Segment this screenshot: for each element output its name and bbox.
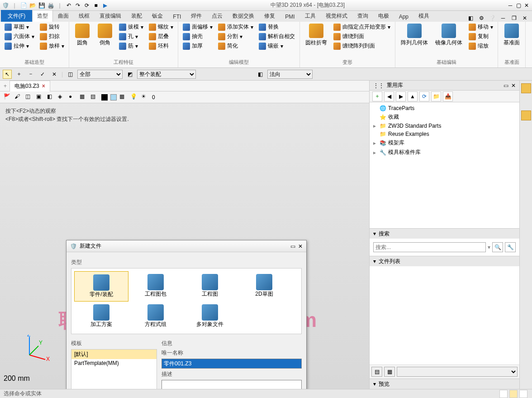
check-icon[interactable]: ✓ <box>38 70 47 79</box>
fillet-button[interactable]: 圆角 <box>72 23 93 48</box>
new-icon[interactable]: 📄 <box>20 2 27 9</box>
print-icon[interactable]: 🖨️ <box>47 2 54 9</box>
maximize-icon[interactable]: ▢ <box>515 2 522 9</box>
preview-section-head[interactable]: ▾ 预览 <box>370 379 519 389</box>
tab-app[interactable]: App <box>394 11 413 22</box>
thicken-button[interactable]: 加厚 <box>181 42 214 50</box>
status-icon-2[interactable] <box>509 390 518 398</box>
tree-node[interactable]: 🌐 TraceParts <box>371 104 518 112</box>
thread-button[interactable]: 螺纹 ▾ <box>147 23 175 31</box>
refresh-icon[interactable]: ⟳ <box>419 91 429 101</box>
bgcolor-icon[interactable] <box>110 94 117 101</box>
tab-repair[interactable]: 修复 <box>259 10 280 22</box>
status-icon-1[interactable] <box>499 390 508 398</box>
wraparray-button[interactable]: 缠绕阵列到面 <box>332 42 392 50</box>
play-icon[interactable]: ▶ <box>101 2 109 9</box>
type-drawing[interactable]: 工程图 <box>183 271 237 302</box>
filter-select-1[interactable]: 全部 <box>77 70 123 79</box>
addbody-button[interactable]: 添加实体 ▾ <box>216 23 255 31</box>
add-tab-icon[interactable]: + <box>4 83 7 89</box>
panel-close-icon[interactable]: ✕ <box>511 82 516 89</box>
inner-restore-icon[interactable]: ❐ <box>510 14 518 22</box>
flag-icon[interactable]: 🚩 <box>4 93 12 101</box>
search-button[interactable]: 🔍 <box>492 242 503 252</box>
template-item-default[interactable]: [默认] <box>71 350 157 359</box>
body-icon[interactable]: ◩ <box>125 70 134 79</box>
faceoffset-button[interactable]: 面偏移 ▾ <box>181 23 214 31</box>
tree-node[interactable]: ▸📚 模架库 <box>371 138 518 148</box>
split-button[interactable]: 分割 ▾ <box>216 32 255 41</box>
type-multiobj[interactable]: 多对象文件 <box>183 302 237 331</box>
brush-icon[interactable]: 🖌 <box>14 93 23 101</box>
right-tab-1[interactable] <box>521 83 531 93</box>
tab-pointcloud[interactable]: 点云 <box>207 10 228 22</box>
tab-shape[interactable]: 造型 <box>32 10 53 22</box>
tab-sheetmetal[interactable]: 钣金 <box>147 10 168 22</box>
unique-name-input[interactable] <box>162 359 302 369</box>
back-icon[interactable]: ◀ <box>384 91 394 101</box>
tab-wireframe[interactable]: 线框 <box>74 10 95 22</box>
loft-button[interactable]: 放样 ▾ <box>38 42 66 50</box>
filter-icon[interactable]: ◫ <box>66 70 75 79</box>
tab-directedit[interactable]: 直接编辑 <box>95 10 126 22</box>
direction-select[interactable]: 法向 <box>267 70 313 79</box>
inner-minimize-icon[interactable]: ─ <box>499 14 507 22</box>
cuboid-button[interactable]: 六面体 ▾ <box>3 32 36 41</box>
filter-select-2[interactable]: 整个装配 <box>137 70 196 79</box>
inlay-button[interactable]: 镶嵌 ▾ <box>257 42 297 50</box>
panel-restore-icon[interactable]: ▭ <box>504 82 508 89</box>
mirror-button[interactable]: 镜像几何体 <box>432 23 465 48</box>
cube2-icon[interactable]: ◧ <box>47 93 55 101</box>
up-icon[interactable]: ▲ <box>408 91 418 101</box>
list-view-icon[interactable]: ▤ <box>371 367 382 377</box>
open-icon[interactable]: 📂 <box>29 2 36 9</box>
pattern-button[interactable]: 阵列几何体 <box>398 23 431 48</box>
search-input[interactable] <box>373 242 486 252</box>
grip-icon[interactable]: ⋮⋮ <box>373 82 384 89</box>
tab-close-icon[interactable]: × <box>42 83 45 89</box>
filelist-filter[interactable] <box>397 367 518 377</box>
chamfer-button[interactable]: 倒角 <box>95 23 115 48</box>
tab-fti[interactable]: FTI <box>168 11 186 22</box>
selfintersect-button[interactable]: 解析自相交 <box>257 32 297 41</box>
desc-input[interactable] <box>162 380 302 389</box>
type-2dsketch[interactable]: 2D草图 <box>237 271 291 302</box>
redo-icon[interactable]: ↷ <box>74 2 81 9</box>
help-icon[interactable]: ❔ <box>489 14 496 22</box>
refresh-icon[interactable]: ⟳ <box>83 2 90 9</box>
tree-node[interactable]: ▸📁 ZW3D Standard Parts <box>371 122 518 130</box>
search-settings-button[interactable]: 🔧 <box>505 242 516 252</box>
grid-view-icon[interactable]: ▦ <box>384 367 395 377</box>
inner-close-icon[interactable]: ✕ <box>521 14 528 22</box>
tab-dataexchange[interactable]: 数据交换 <box>228 10 259 22</box>
sun-icon[interactable]: ☀ <box>141 93 149 101</box>
revolve-button[interactable]: 旋转 <box>38 23 66 31</box>
search-section-head[interactable]: ▾ 搜索 <box>370 229 519 239</box>
tab-query[interactable]: 查询 <box>352 10 373 22</box>
tab-weld[interactable]: 焊件 <box>186 10 207 22</box>
stop-icon[interactable]: ■ <box>92 2 100 9</box>
copy-button[interactable]: 复制 <box>467 32 495 41</box>
x-icon[interactable]: ✕ <box>50 70 59 79</box>
sketch-button[interactable]: 草图 ▾ <box>3 23 36 31</box>
minimize-icon[interactable]: ─ <box>507 2 514 9</box>
tree-node[interactable]: ⭐ 收藏 <box>371 112 518 122</box>
light-icon[interactable]: 💡 <box>130 93 138 101</box>
filelist-section-head[interactable]: ▾ 文件列表 <box>370 256 519 266</box>
tab-tools[interactable]: 工具 <box>300 10 321 22</box>
close-icon[interactable]: ✕ <box>523 2 530 9</box>
wrapface-button[interactable]: 缠绕到面 <box>332 32 392 41</box>
save-icon[interactable]: 💾 <box>38 2 45 9</box>
minus-icon[interactable]: － <box>26 70 35 79</box>
type-part-assembly[interactable]: 零件/装配 <box>74 271 128 302</box>
viewport-canvas[interactable]: 按下<F2>动态的观察 <F8>或者<Shift-roll> 查找下一个有效的过… <box>0 103 369 389</box>
color-icon[interactable] <box>101 94 108 101</box>
hole-button[interactable]: 孔 ▾ <box>117 32 145 41</box>
view1-icon[interactable]: ▦ <box>80 93 88 101</box>
folder-icon[interactable]: 📁 <box>431 91 441 101</box>
tab-assembly[interactable]: 装配 <box>126 10 147 22</box>
type-cam[interactable]: 加工方案 <box>74 302 128 331</box>
document-tab[interactable]: 电施03.Z3 × <box>10 81 50 91</box>
dialog-close-icon[interactable]: ✕ <box>298 243 303 249</box>
cube1-icon[interactable]: ▣ <box>36 93 44 101</box>
